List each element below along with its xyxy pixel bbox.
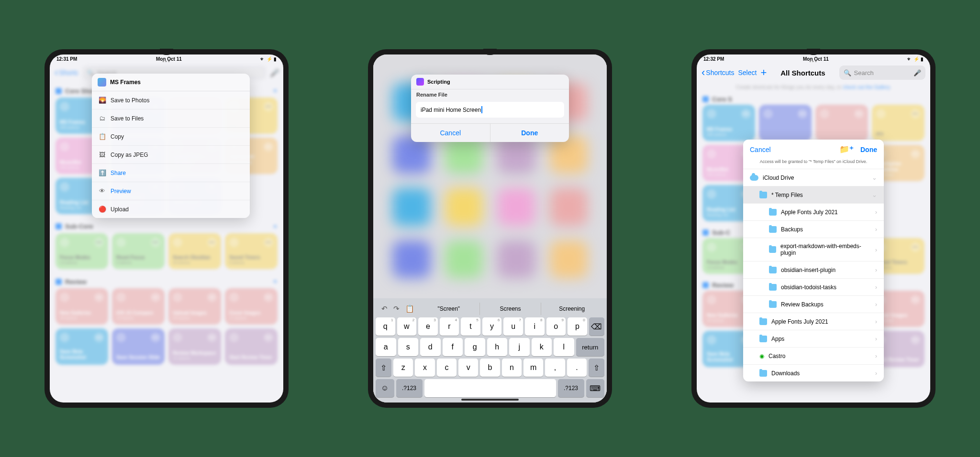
more-icon[interactable]: ••• (151, 293, 160, 302)
menu-item[interactable]: 🖼Copy as JPEG (92, 146, 250, 164)
key[interactable]: 7u (503, 317, 523, 336)
key[interactable]: 5t (461, 317, 480, 336)
more-icon[interactable]: ••• (94, 293, 104, 302)
space-key[interactable] (424, 379, 556, 397)
key[interactable]: 9o (546, 317, 566, 336)
add-button[interactable]: + (760, 66, 767, 79)
shortcut-tile[interactable]: •••Upload Images64 actions (168, 288, 221, 325)
backspace-key[interactable]: ⌫ (589, 317, 604, 336)
add-icon[interactable]: + (273, 222, 278, 231)
folder-row[interactable]: Review Backups› (743, 295, 884, 313)
suggestion[interactable]: Screens (479, 303, 541, 315)
redo-icon[interactable]: ↷ (393, 305, 400, 313)
key[interactable]: d (420, 338, 441, 356)
key[interactable]: z (393, 359, 413, 377)
shortcut-tile[interactable]: •••Review Workspace12 actions (168, 328, 221, 365)
back-button[interactable]: Shortcuts (702, 66, 734, 79)
more-icon[interactable]: ••• (151, 238, 160, 247)
key[interactable]: 8i (525, 317, 545, 336)
shortcut-tile[interactable]: •••Focus Modes13 actions (56, 233, 108, 270)
more-icon[interactable]: ••• (911, 242, 920, 252)
search-input[interactable]: 🔍Search🎤 (839, 65, 925, 80)
key[interactable]: 4r (440, 317, 459, 336)
folder-row[interactable]: Backups› (743, 220, 884, 238)
key[interactable]: , (545, 359, 565, 377)
more-icon[interactable]: ••• (741, 109, 751, 119)
folder-row[interactable]: obsidian-insert-plugin› (743, 261, 884, 278)
more-icon[interactable]: ••• (264, 142, 273, 152)
shortcut-tile[interactable]: •••ers (872, 105, 924, 141)
return-key[interactable]: return (576, 338, 605, 356)
key[interactable]: l (554, 338, 574, 356)
emoji-key[interactable]: ☺ (376, 379, 394, 397)
mic-icon[interactable]: 🎤 (913, 69, 921, 76)
rename-input[interactable]: iPad mini Home Screen (416, 102, 564, 118)
shift-key[interactable]: ⇧ (376, 359, 391, 377)
done-button[interactable]: Done (490, 124, 569, 142)
undo-icon[interactable]: ↶ (381, 305, 388, 313)
key[interactable]: x (415, 359, 434, 377)
shortcut-tile[interactable]: •••Save Beta Screenshot (56, 328, 108, 365)
folder-row[interactable]: Apps› (743, 330, 884, 347)
shortcut-tile[interactable]: ••• (815, 105, 868, 141)
more-icon[interactable]: ••• (911, 109, 920, 119)
cancel-button[interactable]: Cancel (411, 124, 490, 142)
home-indicator[interactable] (461, 399, 519, 401)
more-icon[interactable]: ••• (264, 238, 273, 247)
more-icon[interactable]: ••• (264, 333, 273, 342)
more-icon[interactable]: ••• (207, 238, 217, 247)
more-icon[interactable]: ••• (264, 102, 273, 111)
key[interactable]: 1q (376, 317, 395, 336)
key[interactable]: b (480, 359, 500, 377)
cancel-button[interactable]: Cancel (750, 146, 771, 153)
suggestion[interactable]: "Screen" (418, 303, 479, 315)
folder-row[interactable]: obsidian-todoist-tasks› (743, 278, 884, 295)
menu-item[interactable]: 🔴Upload (92, 200, 250, 218)
numeric-key[interactable]: .?123 (396, 379, 423, 397)
shortcut-tile[interactable]: •••Save Session Slide (112, 328, 165, 365)
key[interactable]: g (465, 338, 485, 356)
key[interactable]: m (523, 359, 543, 377)
menu-item[interactable]: 📋Copy (92, 128, 250, 146)
more-icon[interactable]: ••• (911, 149, 920, 159)
shortcut-tile[interactable]: •••Start Review Timer (225, 328, 278, 365)
more-icon[interactable]: ••• (151, 333, 160, 342)
select-button[interactable]: Select (738, 69, 757, 76)
folder-row[interactable]: ◉Castro› (743, 347, 884, 364)
menu-item[interactable]: 🗂Save to Files (92, 109, 250, 128)
shift-key[interactable]: ⇧ (589, 359, 604, 377)
more-icon[interactable]: ••• (911, 335, 920, 345)
add-icon[interactable]: + (273, 277, 278, 286)
more-icon[interactable]: ••• (94, 333, 104, 342)
add-icon[interactable]: + (273, 86, 278, 96)
shortcut-tile[interactable]: •••MS Frames305 actions (702, 105, 755, 141)
key[interactable]: h (487, 338, 508, 356)
more-icon[interactable]: ••• (207, 333, 217, 342)
shortcut-tile[interactable]: •••Cover Images11 actions (225, 288, 278, 325)
gallery-link[interactable]: check out the Gallery (843, 84, 890, 90)
more-icon[interactable]: ••• (264, 293, 273, 302)
key[interactable]: v (458, 359, 478, 377)
shortcut-tile[interactable]: •••Saved Timers8 actions (225, 233, 278, 270)
kb-tools[interactable]: ↶↷📋 (378, 305, 418, 313)
menu-item[interactable]: 👁Preview (92, 182, 250, 200)
multitask-dots[interactable]: ••• (162, 58, 171, 64)
folder-row[interactable]: Downloads› (743, 364, 884, 381)
folder-row[interactable]: export-markdown-with-embeds-plugin› (743, 238, 884, 261)
shortcut-tile[interactable]: •••iOS 15 Compare14 actions (112, 288, 165, 325)
key[interactable]: . (567, 359, 587, 377)
key[interactable]: 6y (482, 317, 502, 336)
key[interactable]: c (437, 359, 457, 377)
new-folder-icon[interactable]: 📁⁺ (839, 144, 854, 154)
menu-item[interactable]: ⬆️Share (92, 164, 250, 182)
key[interactable]: j (509, 338, 530, 356)
more-icon[interactable]: ••• (854, 109, 864, 119)
folder-row[interactable]: Apple Fonts July 2021› (743, 313, 884, 330)
paste-icon[interactable]: 📋 (405, 305, 414, 313)
more-icon[interactable]: ••• (207, 293, 217, 302)
key[interactable]: s (398, 338, 419, 356)
back-button[interactable]: Shortc (55, 66, 78, 79)
key[interactable]: 0p (568, 317, 587, 336)
key[interactable]: a (376, 338, 396, 356)
key[interactable]: 2w (397, 317, 417, 336)
